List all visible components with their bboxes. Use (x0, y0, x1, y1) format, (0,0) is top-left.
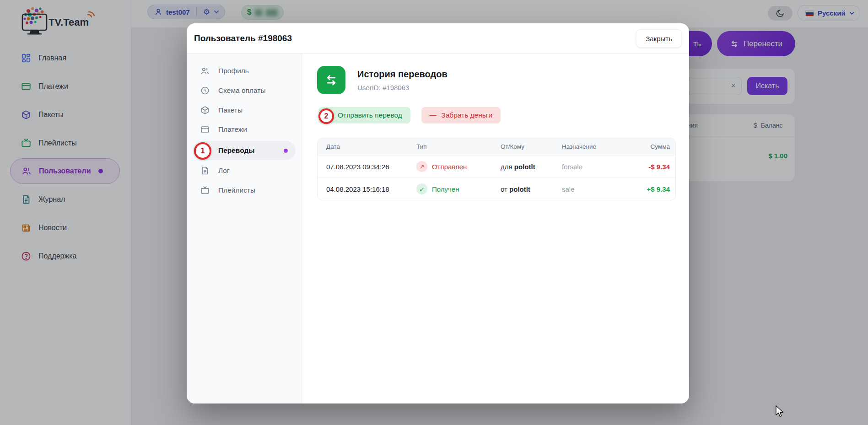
column-header: От/Кому (501, 143, 562, 150)
annotation-step-2: 2 (318, 108, 334, 124)
tab-label: Схема оплаты (218, 86, 266, 95)
tab-label: Лог (218, 167, 229, 175)
annotation-number: 2 (324, 112, 329, 120)
tab-label: Пакеты (218, 106, 243, 114)
transfer-counterparty: для polotlt (501, 163, 562, 171)
transfer-arrows-icon (323, 71, 340, 89)
clock-icon (200, 86, 210, 95)
send-transfer-label: Отправить перевод (338, 111, 402, 119)
transfer-counterparty: от polotlt (501, 185, 562, 193)
user-modal: Пользователь #198063 Закрыть Профиль Схе… (187, 23, 689, 403)
annotation-step-1: 1 (194, 142, 211, 160)
counterparty-name: polotlt (509, 185, 530, 193)
withdraw-money-button[interactable]: — Забрать деньги (421, 107, 501, 124)
transfer-type-label: Отправлен (432, 163, 467, 171)
tab-label: Профиль (218, 67, 249, 75)
table-row[interactable]: 07.08.2023 09:34:26 ↗ Отправлен для polo… (318, 155, 675, 178)
annotation-number: 1 (200, 146, 205, 156)
transfer-date: 07.08.2023 09:34:26 (318, 163, 416, 171)
tab-label: Переводы (218, 146, 255, 155)
section-title: История переводов (357, 69, 447, 80)
transfer-amount: +$ 9.34 (617, 185, 676, 193)
transfer-amount: -$ 9.34 (617, 163, 676, 171)
transfer-type: ↗ Отправлен (416, 161, 501, 172)
column-header: Дата (318, 143, 416, 150)
arrow-in-icon: ↙ (416, 183, 427, 194)
transfers-icon (317, 66, 345, 94)
transfer-type-label: Получен (432, 185, 459, 193)
transfers-table-header: Дата Тип От/Кому Назначение Сумма (318, 138, 675, 155)
close-button[interactable]: Закрыть (636, 29, 682, 48)
close-button-label: Закрыть (646, 35, 672, 43)
transfers-table: Дата Тип От/Кому Назначение Сумма 07.08.… (317, 138, 676, 200)
transfer-purpose: forsale (562, 163, 617, 171)
modal-tab-column: Профиль Схема оплаты Пакеты Платежи (187, 54, 302, 403)
counterparty-prefix: от (501, 185, 507, 193)
tab-label: Платежи (218, 125, 247, 134)
screen: TV.Team Главная Платежи Пакеты (0, 0, 868, 425)
modal-title: Пользователь #198063 (194, 23, 292, 54)
tab-profile[interactable]: Профиль (187, 63, 302, 79)
credit-card-icon (200, 125, 210, 134)
column-header: Назначение (562, 143, 617, 150)
minus-icon: — (430, 111, 437, 119)
tab-payment-scheme[interactable]: Схема оплаты (187, 83, 302, 98)
users-icon (200, 66, 210, 75)
column-header: Сумма (617, 143, 676, 150)
package-icon (200, 106, 210, 115)
transfer-actions: Отправить перевод — Забрать деньги (318, 107, 501, 124)
tv-icon (200, 186, 210, 195)
transfers-header: История переводов UserID: #198063 (317, 66, 447, 94)
withdraw-money-label: Забрать деньги (441, 111, 492, 119)
tab-payments[interactable]: Платежи (187, 122, 302, 137)
tab-log[interactable]: Лог (187, 163, 302, 178)
transfer-purpose: sale (562, 185, 617, 193)
notification-dot (284, 149, 288, 153)
tab-packages[interactable]: Пакеты (187, 102, 302, 118)
tab-label: Плейлисты (218, 186, 255, 194)
counterparty-name: polotlt (514, 163, 535, 171)
counterparty-prefix: для (501, 163, 512, 171)
modal-header: Пользователь #198063 Закрыть (187, 23, 689, 54)
mouse-cursor (775, 405, 785, 418)
column-header: Тип (416, 143, 501, 150)
transfer-date: 04.08.2023 15:16:18 (318, 185, 416, 193)
file-icon (200, 166, 210, 175)
table-row[interactable]: 04.08.2023 15:16:18 ↙ Получен от polotlt… (318, 178, 675, 200)
arrow-out-icon: ↗ (416, 161, 427, 172)
tab-playlists[interactable]: Плейлисты (187, 183, 302, 198)
user-id: UserID: #198063 (357, 84, 447, 91)
transfer-type: ↙ Получен (416, 183, 501, 194)
